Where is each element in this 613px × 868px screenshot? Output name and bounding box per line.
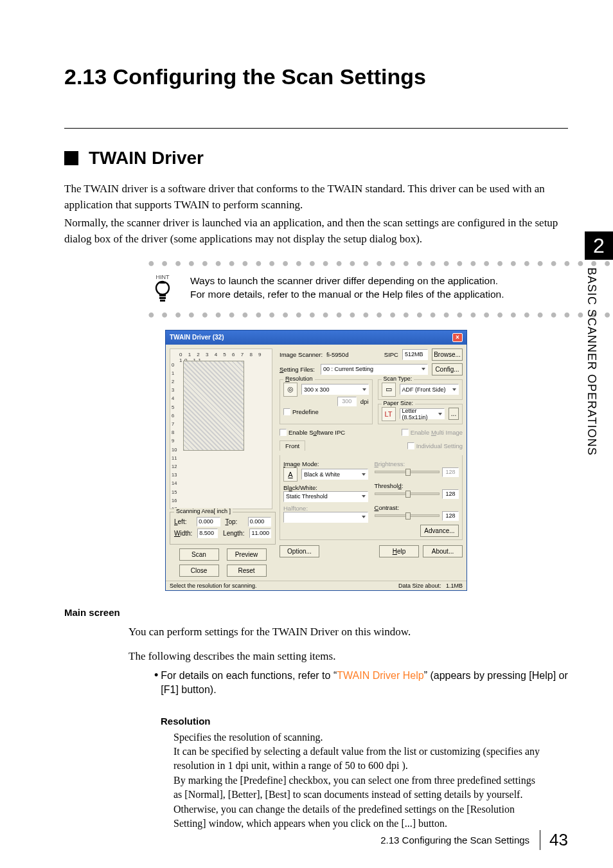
paper-size-more-button[interactable]: ...: [449, 408, 459, 420]
divider: [64, 128, 568, 129]
bullet-text: For details on each functions, refer to …: [161, 669, 568, 698]
image-scanner-label: Image Scanner:: [280, 351, 323, 358]
brightness-value: 128: [442, 467, 459, 477]
contrast-label: Contrast:: [375, 504, 459, 511]
intro-paragraph-1: The TWAIN driver is a software driver th…: [64, 181, 568, 213]
scan-type-select[interactable]: ADF (Front Side): [400, 384, 459, 395]
paper-size-label: Paper Size:: [382, 400, 416, 406]
length-field[interactable]: 11.000: [249, 529, 271, 538]
left-field[interactable]: 0.000: [197, 517, 220, 527]
option-button[interactable]: Option...: [280, 545, 319, 557]
paper-size-icon: LT: [382, 407, 396, 421]
bw-select[interactable]: Static Threshold: [283, 491, 368, 502]
hint-icon: HINT: [148, 274, 177, 303]
brightness-slider: [375, 471, 440, 473]
halftone-label: Halftone:: [283, 505, 368, 512]
close-icon[interactable]: ×: [452, 333, 463, 342]
about-button[interactable]: About...: [423, 545, 463, 557]
main-screen-p2: The following describes the main setting…: [129, 649, 568, 665]
resolution-icon: ◎: [283, 383, 298, 397]
individual-label: Individual Setting: [416, 442, 463, 449]
enable-multi-checkbox[interactable]: [402, 429, 409, 436]
resolution-p4: Otherwise, you can change the details of…: [173, 802, 542, 831]
help-button[interactable]: Help: [379, 545, 419, 557]
main-screen-heading: Main screen: [64, 607, 568, 618]
page-heading: 2.13 Configuring the Scan Settings: [64, 64, 568, 89]
status-right: Data Size about: 1.1MB: [398, 583, 463, 589]
enable-ipc-checkbox[interactable]: [280, 429, 287, 436]
intro-paragraph-2: Normally, the scanner driver is launched…: [64, 215, 568, 247]
svg-rect-2: [159, 297, 166, 299]
hint-dots-bottom: ●●●●●●●●●●●●●●●●●●●●●●●●●●●●●●●●●●●●: [148, 309, 553, 320]
left-label: Left:: [174, 518, 191, 525]
section-bullet: [64, 151, 78, 165]
predefine-checkbox[interactable]: [283, 408, 290, 415]
resolution-p1: Specifies the resolution of scanning.: [173, 730, 542, 745]
preview-area: 0 1 2 3 4 5 6 7 8 9 10 11 01234567891011…: [170, 348, 272, 509]
memory-value: 512MB: [402, 349, 428, 360]
paper-size-select[interactable]: Letter (8.5x11in): [400, 408, 445, 419]
section-title: TWAIN Driver: [89, 148, 204, 168]
dialog-title: TWAIN Driver (32): [170, 334, 224, 341]
main-screen-p1: You can perform settings for the TWAIN D…: [129, 624, 568, 640]
scan-type-label: Scan Type:: [382, 375, 414, 382]
top-field[interactable]: 0.000: [248, 517, 271, 527]
resolution-select[interactable]: 300 x 300: [301, 384, 369, 395]
page-number: 43: [540, 830, 568, 850]
scan-type-icon: ▭: [382, 383, 396, 397]
enable-multi-label: Enable Multi Image: [411, 429, 463, 436]
resolution-heading: Resolution: [161, 716, 568, 727]
individual-checkbox: [407, 442, 414, 449]
contrast-slider[interactable]: [375, 514, 440, 517]
image-mode-select[interactable]: Black & White: [301, 469, 368, 480]
top-label: Top:: [226, 518, 243, 525]
bullet-icon: •: [154, 669, 158, 698]
contrast-value: 128: [442, 511, 459, 521]
dpi-field[interactable]: 300: [337, 397, 357, 406]
image-mode-icon: A: [283, 467, 298, 482]
footer-text: 2.13 Configuring the Scan Settings: [380, 835, 529, 845]
setting-files-label: Setting Files:: [280, 366, 317, 373]
image-mode-label: Image Mode:: [283, 460, 368, 467]
hint-text-2: For more details, refer to the manual or…: [190, 287, 504, 302]
length-label: Length:: [223, 530, 244, 537]
dpi-unit: dpi: [360, 398, 369, 405]
hint-text-1: Ways to launch the scanner driver differ…: [190, 274, 504, 288]
image-scanner-value: fi-5950d: [326, 351, 355, 358]
preview-paper: [183, 361, 244, 451]
close-button[interactable]: Close: [179, 565, 219, 577]
brightness-label: Brightness:: [375, 460, 459, 467]
threshold-slider[interactable]: [375, 493, 440, 495]
chapter-title-tab: BASIC SCANNER OPERATIONS: [585, 267, 598, 512]
svg-rect-3: [160, 300, 165, 302]
hint-dots-top: ●●●●●●●●●●●●●●●●●●●●●●●●●●●●●●●●●●●●: [148, 257, 553, 269]
bw-label: Black/White:: [283, 484, 368, 491]
resolution-p3: By marking the [Predefine] checkbox, you…: [173, 773, 542, 802]
front-tab[interactable]: Front: [280, 440, 305, 451]
scan-area-title: Scanning Area[ inch ]: [174, 508, 233, 514]
reset-button[interactable]: Reset: [227, 565, 267, 577]
ruler-vertical: 01234567891011121314151617: [172, 361, 177, 509]
browse-button[interactable]: Browse...: [432, 348, 463, 361]
chapter-number-tab: 2: [585, 231, 613, 260]
width-label: Width:: [174, 530, 192, 537]
svg-rect-1: [159, 294, 166, 296]
status-text: Select the resolution for scanning.: [170, 583, 257, 589]
threshold-value: 128: [442, 489, 459, 499]
predefine-label: Predefine: [292, 408, 319, 415]
setting-files-select[interactable]: 00 : Current Setting: [321, 364, 428, 375]
scan-button[interactable]: Scan: [179, 548, 219, 561]
resolution-group-title: Resolution: [283, 375, 315, 382]
threshold-label: Threshold:: [375, 482, 459, 489]
width-field[interactable]: 8.500: [197, 529, 218, 538]
preview-button[interactable]: Preview: [227, 548, 267, 561]
config-button[interactable]: Config...: [432, 363, 463, 375]
sipc-label: SIPC: [384, 351, 398, 358]
advance-button[interactable]: Advance...: [420, 525, 459, 537]
twain-dialog: TWAIN Driver (32) × 0 1 2 3 4 5 6 7 8 9 …: [165, 330, 467, 591]
twain-help-link[interactable]: TWAIN Driver Help: [337, 670, 423, 681]
resolution-p2: It can be specified by selecting a defau…: [173, 745, 542, 773]
enable-ipc-label: Enable Software IPC: [289, 429, 345, 436]
halftone-select: [283, 512, 368, 523]
